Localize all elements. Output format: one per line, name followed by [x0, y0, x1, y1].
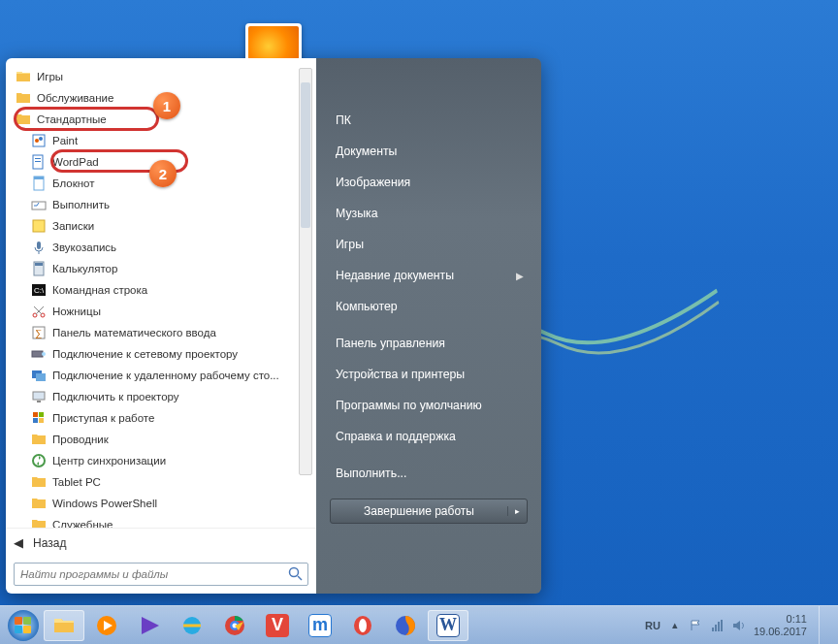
label: Выполнить: [52, 199, 110, 210]
program-sync-center[interactable]: Центр синхронизации: [12, 450, 314, 471]
taskbar-explorer[interactable]: [44, 610, 84, 641]
right-item-help[interactable]: Справка и поддержка: [330, 421, 528, 452]
all-programs-list[interactable]: Игры Обслуживание Стандартные Paint Word…: [6, 58, 316, 528]
svg-marker-51: [733, 621, 740, 630]
program-snipping-tool[interactable]: Ножницы: [12, 301, 314, 322]
taskbar-media-player[interactable]: [86, 610, 127, 641]
right-item-computer[interactable]: Компьютер: [330, 291, 528, 322]
svg-rect-48: [715, 625, 717, 631]
program-sound-recorder[interactable]: Звукозапись: [12, 237, 314, 258]
svg-rect-12: [35, 263, 43, 266]
svg-rect-9: [33, 220, 45, 232]
program-run[interactable]: Выполнить: [12, 194, 314, 215]
taskbar-word[interactable]: W: [428, 610, 468, 641]
program-folder-system[interactable]: Служебные: [12, 514, 314, 528]
program-wordpad[interactable]: WordPad: [12, 151, 314, 173]
taskbar-purple-player[interactable]: [129, 610, 170, 641]
tray-up-icon[interactable]: ▴: [668, 619, 682, 632]
svg-rect-23: [33, 392, 45, 400]
tray-clock[interactable]: 0:11 19.06.2017: [754, 613, 807, 637]
microphone-icon: [31, 240, 47, 255]
scrollbar[interactable]: [299, 68, 312, 475]
label: Командная строка: [52, 284, 147, 296]
taskbar-firefox[interactable]: [385, 610, 426, 641]
taskbar-chrome[interactable]: [214, 610, 255, 641]
right-item-games[interactable]: Игры: [330, 229, 528, 260]
label: Записки: [52, 220, 94, 232]
label: Программы по умолчанию: [336, 399, 482, 412]
right-item-documents[interactable]: Документы: [330, 136, 528, 167]
svg-rect-24: [37, 401, 41, 402]
show-desktop-button[interactable]: [819, 606, 828, 645]
program-folder-games[interactable]: Игры: [12, 66, 314, 87]
start-menu-left-panel: Игры Обслуживание Стандартные Paint Word…: [6, 58, 316, 594]
search-input[interactable]: [14, 563, 308, 586]
svg-rect-34: [23, 617, 31, 625]
search-icon: [288, 566, 304, 582]
shutdown-options-dropdown[interactable]: ▸: [507, 506, 527, 516]
right-item-pictures[interactable]: Изображения: [330, 167, 528, 198]
right-item-control-panel[interactable]: Панель управления: [330, 328, 528, 359]
program-explorer[interactable]: Проводник: [12, 429, 314, 450]
svg-point-32: [8, 610, 39, 641]
program-folder-powershell[interactable]: Windows PowerShell: [12, 493, 314, 514]
program-network-projector[interactable]: Подключение к сетевому проектору: [12, 343, 314, 365]
program-folder-maintenance[interactable]: Обслуживание: [12, 87, 314, 109]
back-arrow-icon: ◀: [14, 535, 23, 550]
sync-icon: [31, 453, 47, 468]
program-remote-desktop[interactable]: Подключение к удаленному рабочему сто...: [12, 365, 314, 386]
taskbar-vivaldi[interactable]: V: [257, 610, 298, 641]
program-projector[interactable]: Подключить к проектору: [12, 386, 314, 407]
program-folder-tabletpc[interactable]: Tablet PC: [12, 471, 314, 493]
tray-volume-icon[interactable]: [732, 619, 746, 632]
right-item-music[interactable]: Музыка: [330, 198, 528, 229]
start-button[interactable]: [4, 606, 43, 645]
svg-rect-22: [36, 373, 46, 381]
display-icon: [31, 389, 47, 404]
label: Панель математического ввода: [52, 327, 216, 338]
program-folder-accessories[interactable]: Стандартные: [12, 109, 314, 130]
label: Проводник: [52, 434, 109, 445]
svg-point-20: [42, 352, 46, 356]
program-notepad[interactable]: Блокнот: [12, 173, 314, 194]
taskbar-opera[interactable]: [342, 610, 383, 641]
program-cmd[interactable]: C:\Командная строка: [12, 279, 314, 301]
system-tray: RU ▴ 0:11 19.06.2017: [645, 606, 834, 645]
projector-icon: [31, 346, 47, 362]
wordpad-icon: [31, 154, 47, 170]
right-item-default-programs[interactable]: Программы по умолчанию: [330, 390, 528, 421]
taskbar-maxthon[interactable]: m: [300, 610, 340, 641]
run-icon: [31, 197, 47, 212]
program-paint[interactable]: Paint: [12, 130, 314, 151]
tray-flag-icon[interactable]: [690, 619, 703, 632]
program-calculator[interactable]: Калькулятор: [12, 258, 314, 279]
program-sticky-notes[interactable]: Записки: [12, 215, 314, 237]
taskbar-ie[interactable]: [172, 610, 212, 641]
shutdown-button[interactable]: Завершение работы ▸: [330, 499, 528, 524]
program-math-input[interactable]: ∑Панель математического ввода: [12, 322, 314, 343]
folder-icon: [31, 496, 47, 511]
svg-point-2: [39, 137, 43, 141]
tray-network-icon[interactable]: [711, 619, 725, 632]
right-item-run[interactable]: Выполнить...: [330, 458, 528, 489]
svg-rect-5: [35, 161, 41, 162]
label: Изображения: [336, 176, 410, 189]
label: Компьютер: [336, 300, 398, 313]
language-indicator[interactable]: RU: [645, 620, 661, 631]
svg-rect-49: [718, 622, 720, 631]
label: Windows PowerShell: [52, 498, 157, 509]
label: Недавние документы: [336, 269, 454, 282]
svg-rect-25: [33, 412, 38, 417]
label: Справка и поддержка: [336, 430, 456, 443]
svg-rect-27: [33, 418, 38, 423]
right-item-recent-documents[interactable]: Недавние документы▶: [330, 260, 528, 291]
right-item-pc[interactable]: ПК: [330, 105, 528, 136]
svg-rect-7: [34, 177, 44, 179]
right-item-devices[interactable]: Устройства и принтеры: [330, 359, 528, 390]
svg-rect-4: [35, 158, 41, 159]
program-getting-started[interactable]: Приступая к работе: [12, 407, 314, 429]
svg-rect-33: [15, 617, 22, 625]
scrollbar-thumb[interactable]: [301, 82, 310, 228]
label: Устройства и принтеры: [336, 368, 465, 381]
back-button[interactable]: ◀ Назад: [6, 528, 316, 557]
